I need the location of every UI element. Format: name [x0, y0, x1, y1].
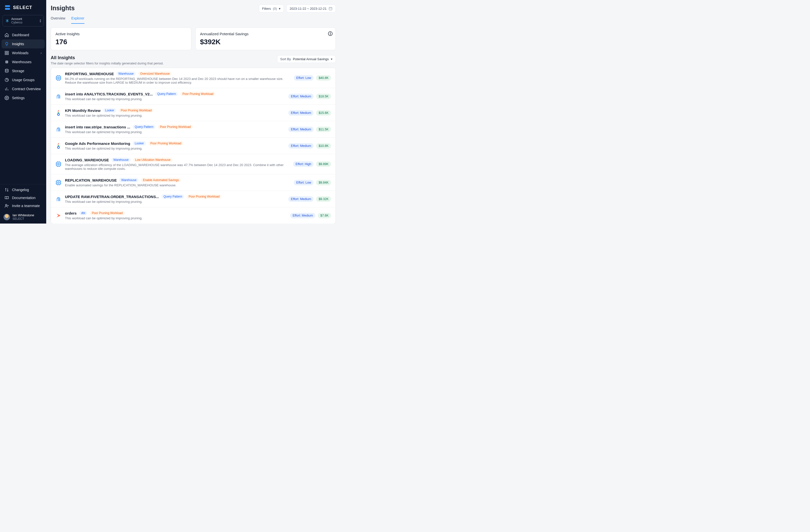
- nav-label: Workloads: [12, 51, 29, 55]
- insight-description: The average utilization efficiency of th…: [65, 163, 290, 171]
- link-label: Invite a teammate: [12, 204, 40, 208]
- tag-category: Poor Pruning Workload: [119, 108, 153, 113]
- insights-list: REPORTING_WAREHOUSE Warehouse Oversized …: [51, 68, 336, 223]
- tab-overview[interactable]: Overview: [51, 14, 65, 24]
- tag-category: Poor Pruning Workload: [148, 141, 183, 146]
- svg-point-11: [5, 204, 7, 206]
- savings-badge: $9.89K: [316, 161, 331, 167]
- info-icon[interactable]: ⓘ: [328, 31, 333, 37]
- nav-warehouses[interactable]: Warehouses: [1, 57, 45, 66]
- insight-description: This workload can be optimized by improv…: [65, 97, 285, 101]
- link-changelog[interactable]: Changelog: [1, 186, 45, 194]
- insight-title: REPORTING_WAREHOUSE: [65, 72, 114, 76]
- svg-rect-6: [6, 61, 8, 63]
- insight-title: UPDATE RAW.FIVETRAN.ORDER_TRANSACTIONS..…: [65, 195, 159, 199]
- effort-badge: Effort: Low: [294, 75, 314, 81]
- sort-button[interactable]: Sort By Potential Annual Savings ▾: [277, 55, 336, 63]
- bar-chart-icon: [4, 87, 9, 91]
- effort-badge: Effort: Medium: [288, 196, 313, 202]
- insight-row[interactable]: insert into ANALYTICS.TRACKING_EVENTS_V2…: [51, 88, 336, 105]
- account-text: Account Cyberco: [11, 17, 38, 24]
- section-subtitle: The date range selector filters for insi…: [51, 62, 164, 65]
- effort-badge: Effort: Low: [294, 180, 314, 185]
- svg-point-10: [6, 97, 7, 99]
- insight-row[interactable]: REPORTING_WAREHOUSE Warehouse Oversized …: [51, 68, 336, 88]
- svg-rect-1: [5, 8, 10, 10]
- insight-row[interactable]: insert into raw.stripe_transactions ... …: [51, 121, 336, 138]
- effort-badge: Effort: Medium: [288, 127, 313, 132]
- nav-label: Dashboard: [12, 33, 29, 37]
- link-invite[interactable]: Invite a teammate: [1, 202, 45, 210]
- looker-icon: [55, 143, 62, 149]
- nav-workloads[interactable]: Workloads ›: [1, 48, 45, 57]
- nav-insights[interactable]: Insights: [1, 39, 45, 48]
- chevron-down-icon: ▾: [279, 7, 280, 11]
- nav-label: Storage: [12, 69, 24, 73]
- metric-value: $392K: [200, 38, 331, 46]
- savings-badge: $11.5K: [316, 127, 331, 132]
- insight-row[interactable]: KPI Monthly Review Looker Poor Pruning W…: [51, 105, 336, 121]
- snowflake-icon: [5, 19, 9, 23]
- insight-row[interactable]: orders dbt Poor Pruning Workload This wo…: [51, 207, 336, 223]
- insight-title: Google Ads Performance Monitoring: [65, 142, 130, 146]
- svg-rect-7: [6, 62, 7, 63]
- link-label: Changelog: [12, 188, 29, 192]
- fingerprint-icon: [55, 94, 62, 99]
- insight-row[interactable]: LOADING_WAREHOUSE Warehouse Low Utilizat…: [51, 154, 336, 174]
- nav-usage-groups[interactable]: Usage Groups: [1, 76, 45, 84]
- savings-badge: $10.8K: [316, 143, 331, 149]
- nav-dashboard[interactable]: Dashboard: [1, 31, 45, 39]
- swap-icon: [4, 187, 9, 192]
- account-name: Cyberco: [11, 21, 38, 24]
- insight-row[interactable]: Google Ads Performance Monitoring Looker…: [51, 138, 336, 154]
- main: Insights Overview Explorer Filters (0) ▾…: [46, 0, 340, 223]
- account-label: Account: [11, 17, 38, 21]
- brand-mark-icon: [4, 4, 11, 11]
- nav-contract-overview[interactable]: Contract Overview: [1, 84, 45, 94]
- link-documentation[interactable]: Documentation: [1, 194, 45, 202]
- user-menu[interactable]: Ian Whitestone SELECT: [0, 211, 46, 223]
- bottom-links: Changelog Documentation Invite a teammat…: [0, 186, 46, 211]
- date-range-value: 2023-11-22 ~ 2023-12-21: [290, 7, 326, 11]
- user-org: SELECT: [13, 217, 34, 220]
- user-name: Ian Whitestone: [13, 213, 34, 217]
- tag-category: Enable Automated Savings: [141, 178, 181, 182]
- nav-settings[interactable]: Settings: [1, 94, 45, 102]
- tag-type: Looker: [103, 108, 116, 113]
- savings-badge: $7.6K: [318, 213, 331, 218]
- metric-potential-savings: Annualized Potential Savings $392K ⓘ: [195, 28, 336, 50]
- svg-rect-0: [5, 5, 10, 7]
- account-switcher[interactable]: Account Cyberco ▴▾: [2, 15, 44, 27]
- tag-type: Query Pattern: [161, 194, 184, 199]
- brand-logo: SELECT: [0, 0, 46, 14]
- filters-count: (0): [273, 7, 277, 11]
- chevron-updown-icon: ▴▾: [40, 19, 41, 23]
- metric-label: Active Insights: [55, 32, 187, 36]
- insight-row[interactable]: REPLICATION_WAREHOUSE Warehouse Enable A…: [51, 174, 336, 191]
- cpu-icon: [55, 75, 62, 81]
- filters-button[interactable]: Filters (0) ▾: [259, 4, 284, 13]
- svg-rect-12: [329, 7, 332, 10]
- tag-type: Warehouse: [116, 71, 136, 76]
- date-range-button[interactable]: 2023-11-22 ~ 2023-12-21: [286, 4, 336, 13]
- pie-icon: [4, 78, 9, 82]
- tag-category: Poor Pruning Workload: [180, 92, 215, 96]
- insight-description: This workload can be optimized by improv…: [65, 114, 285, 117]
- insight-title: LOADING_WAREHOUSE: [65, 158, 109, 162]
- tag-type: dbt: [79, 211, 87, 215]
- tab-explorer[interactable]: Explorer: [71, 14, 84, 24]
- insight-row[interactable]: UPDATE RAW.FIVETRAN.ORDER_TRANSACTIONS..…: [51, 191, 336, 207]
- nav-storage[interactable]: Storage: [1, 66, 45, 76]
- effort-badge: Effort: Medium: [288, 143, 313, 149]
- looker-icon: [55, 110, 62, 116]
- home-icon: [4, 33, 9, 37]
- gear-icon: [4, 96, 9, 100]
- sort-label: Sort By: [280, 57, 291, 61]
- cpu-icon: [55, 161, 62, 167]
- effort-badge: Effort: Medium: [288, 110, 313, 116]
- svg-point-8: [5, 69, 8, 70]
- tag-category: Oversized Warehouse: [138, 71, 172, 76]
- filters-label: Filters: [262, 7, 271, 11]
- effort-badge: Effort: High: [293, 161, 313, 167]
- grid-icon: [4, 51, 9, 55]
